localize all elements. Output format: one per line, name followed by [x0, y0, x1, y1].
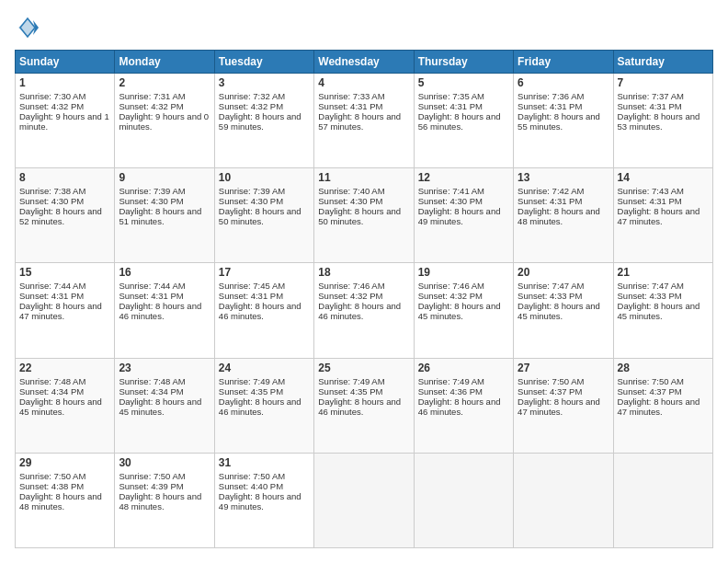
day-number: 6: [518, 76, 609, 89]
calendar-cell: 12Sunrise: 7:41 AMSunset: 4:30 PMDayligh…: [414, 168, 513, 263]
calendar-cell: 4Sunrise: 7:33 AMSunset: 4:31 PMDaylight…: [314, 74, 414, 168]
daylight: Daylight: 8 hours and 53 minutes.: [618, 111, 700, 132]
calendar-cell: [414, 453, 513, 547]
calendar-cell: 23Sunrise: 7:48 AMSunset: 4:34 PMDayligh…: [115, 358, 214, 453]
day-number: 13: [518, 171, 609, 184]
calendar-cell: [514, 453, 613, 547]
calendar-cell: 27Sunrise: 7:50 AMSunset: 4:37 PMDayligh…: [514, 358, 613, 453]
day-number: 1: [19, 76, 110, 89]
logo-icon: [15, 15, 40, 40]
calendar-cell: 28Sunrise: 7:50 AMSunset: 4:37 PMDayligh…: [613, 358, 712, 453]
day-number: 14: [618, 171, 709, 184]
calendar-cell: 3Sunrise: 7:32 AMSunset: 4:32 PMDaylight…: [214, 74, 313, 168]
calendar-cell: 2Sunrise: 7:31 AMSunset: 4:32 PMDaylight…: [115, 74, 214, 168]
sunrise: Sunrise: 7:46 AM: [318, 281, 384, 291]
sunrise: Sunrise: 7:48 AM: [19, 376, 85, 386]
day-number: 31: [219, 456, 310, 469]
calendar-cell: 17Sunrise: 7:45 AMSunset: 4:31 PMDayligh…: [214, 263, 313, 358]
sunrise: Sunrise: 7:46 AM: [418, 281, 484, 291]
sunset: Sunset: 4:32 PM: [418, 291, 483, 301]
sunset: Sunset: 4:39 PM: [119, 481, 183, 491]
sunset: Sunset: 4:35 PM: [219, 386, 283, 396]
calendar-cell: [613, 453, 712, 547]
day-number: 25: [318, 362, 409, 374]
daylight: Daylight: 8 hours and 47 minutes.: [618, 396, 700, 417]
day-number: 10: [219, 171, 310, 184]
calendar-cell: 31Sunrise: 7:50 AMSunset: 4:40 PMDayligh…: [214, 453, 313, 547]
day-number: 19: [418, 266, 509, 279]
day-number: 5: [418, 76, 509, 89]
daylight: Daylight: 8 hours and 47 minutes.: [618, 206, 700, 226]
daylight: Daylight: 8 hours and 46 minutes.: [418, 396, 501, 417]
sunset: Sunset: 4:34 PM: [119, 386, 183, 396]
day-number: 16: [119, 266, 210, 279]
sunset: Sunset: 4:32 PM: [219, 101, 283, 111]
sunrise: Sunrise: 7:39 AM: [219, 186, 285, 196]
calendar-week-3: 15Sunrise: 7:44 AMSunset: 4:31 PMDayligh…: [16, 263, 713, 358]
day-header-friday: Friday: [514, 51, 613, 74]
sunset: Sunset: 4:37 PM: [518, 386, 582, 396]
daylight: Daylight: 8 hours and 52 minutes.: [19, 206, 102, 226]
sunrise: Sunrise: 7:44 AM: [119, 281, 185, 291]
day-number: 24: [219, 362, 310, 374]
calendar-week-2: 8Sunrise: 7:38 AMSunset: 4:30 PMDaylight…: [16, 168, 713, 263]
day-number: 3: [219, 76, 310, 89]
day-number: 27: [518, 362, 609, 374]
daylight: Daylight: 8 hours and 48 minutes.: [19, 491, 102, 511]
day-number: 18: [318, 266, 409, 279]
sunset: Sunset: 4:32 PM: [119, 101, 183, 111]
calendar-week-1: 1Sunrise: 7:30 AMSunset: 4:32 PMDaylight…: [16, 74, 713, 168]
day-header-wednesday: Wednesday: [314, 51, 414, 74]
sunrise: Sunrise: 7:48 AM: [119, 376, 185, 386]
sunset: Sunset: 4:35 PM: [318, 386, 382, 396]
daylight: Daylight: 8 hours and 45 minutes.: [518, 301, 600, 321]
day-number: 17: [219, 266, 310, 279]
calendar-cell: 13Sunrise: 7:42 AMSunset: 4:31 PMDayligh…: [514, 168, 613, 263]
day-number: 11: [318, 171, 409, 184]
day-number: 8: [19, 171, 110, 184]
daylight: Daylight: 8 hours and 50 minutes.: [219, 206, 301, 226]
calendar-cell: 8Sunrise: 7:38 AMSunset: 4:30 PMDaylight…: [16, 168, 115, 263]
day-number: 7: [618, 76, 709, 89]
sunset: Sunset: 4:36 PM: [418, 386, 483, 396]
sunrise: Sunrise: 7:37 AM: [618, 91, 684, 101]
sunset: Sunset: 4:30 PM: [418, 196, 483, 206]
daylight: Daylight: 8 hours and 59 minutes.: [219, 111, 301, 132]
day-number: 30: [119, 456, 210, 469]
sunrise: Sunrise: 7:50 AM: [219, 471, 285, 481]
day-header-tuesday: Tuesday: [214, 51, 313, 74]
sunrise: Sunrise: 7:35 AM: [418, 91, 484, 101]
sunset: Sunset: 4:31 PM: [318, 101, 382, 111]
day-number: 4: [318, 76, 409, 89]
day-number: 20: [518, 266, 609, 279]
sunrise: Sunrise: 7:50 AM: [618, 376, 684, 386]
daylight: Daylight: 8 hours and 47 minutes.: [518, 396, 600, 417]
calendar-cell: 9Sunrise: 7:39 AMSunset: 4:30 PMDaylight…: [115, 168, 214, 263]
day-header-thursday: Thursday: [414, 51, 513, 74]
calendar-cell: 30Sunrise: 7:50 AMSunset: 4:39 PMDayligh…: [115, 453, 214, 547]
calendar-cell: 16Sunrise: 7:44 AMSunset: 4:31 PMDayligh…: [115, 263, 214, 358]
logo: [15, 15, 44, 40]
daylight: Daylight: 8 hours and 46 minutes.: [119, 301, 201, 321]
calendar-cell: 22Sunrise: 7:48 AMSunset: 4:34 PMDayligh…: [16, 358, 115, 453]
sunset: Sunset: 4:31 PM: [618, 196, 682, 206]
sunset: Sunset: 4:30 PM: [19, 196, 84, 206]
daylight: Daylight: 8 hours and 47 minutes.: [19, 301, 102, 321]
sunrise: Sunrise: 7:39 AM: [119, 186, 185, 196]
calendar-cell: 15Sunrise: 7:44 AMSunset: 4:31 PMDayligh…: [16, 263, 115, 358]
sunset: Sunset: 4:31 PM: [518, 101, 582, 111]
day-number: 28: [618, 362, 709, 374]
sunrise: Sunrise: 7:40 AM: [318, 186, 384, 196]
day-number: 15: [19, 266, 110, 279]
sunset: Sunset: 4:33 PM: [618, 291, 682, 301]
sunset: Sunset: 4:38 PM: [19, 481, 84, 491]
day-number: 29: [19, 456, 110, 469]
sunrise: Sunrise: 7:30 AM: [19, 91, 85, 101]
daylight: Daylight: 8 hours and 56 minutes.: [418, 111, 501, 132]
day-number: 21: [618, 266, 709, 279]
daylight: Daylight: 8 hours and 46 minutes.: [318, 301, 401, 321]
daylight: Daylight: 8 hours and 45 minutes.: [119, 396, 201, 417]
sunrise: Sunrise: 7:50 AM: [119, 471, 185, 481]
sunset: Sunset: 4:34 PM: [19, 386, 84, 396]
sunrise: Sunrise: 7:41 AM: [418, 186, 484, 196]
